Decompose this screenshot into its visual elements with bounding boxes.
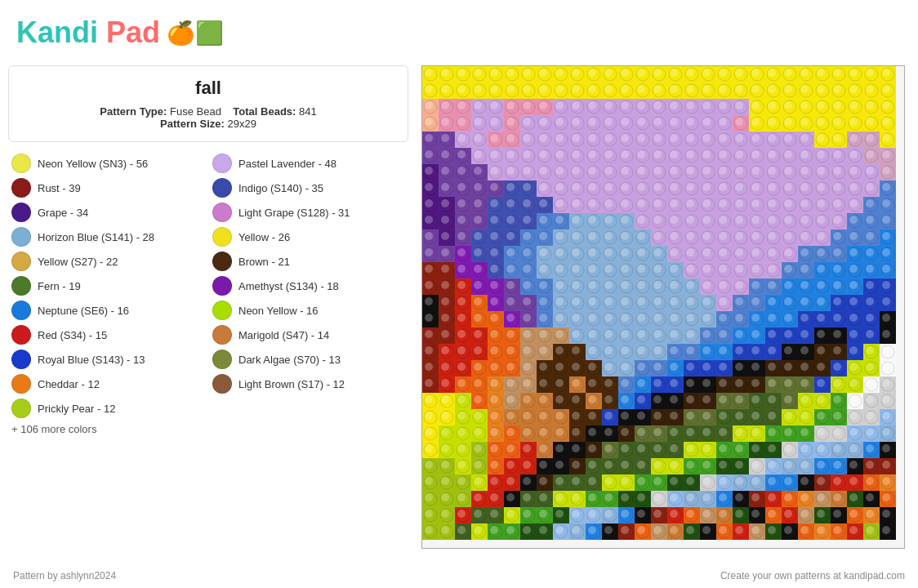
header: Kandi Pad 🍊🟩 [0, 0, 918, 65]
color-label: Marigold (S47) - 14 [238, 329, 329, 341]
pattern-type-value: Fuse Bead [170, 105, 221, 118]
color-item: Light Brown (S17) - 12 [212, 374, 405, 394]
color-item: Yellow - 26 [212, 227, 405, 247]
pattern-meta: Pattern Type: Fuse Bead Total Beads: 841 [25, 105, 391, 118]
color-dot [212, 350, 232, 369]
color-item: Grape - 34 [11, 203, 204, 222]
color-dot [11, 350, 31, 369]
color-dot [11, 399, 31, 418]
pattern-size: Pattern Size: 29x29 [160, 118, 256, 130]
color-label: Pastel Lavender - 48 [238, 158, 336, 170]
color-dot [212, 178, 232, 198]
color-item: Horizon Blue (S141) - 28 [11, 227, 204, 247]
color-item: Indigo (S140) - 35 [212, 178, 405, 198]
pattern-size-value: 29x29 [227, 118, 256, 130]
pattern-size-label: Pattern Size: [160, 118, 225, 130]
color-item: Neon Yellow (SN3) - 56 [11, 154, 204, 173]
bead-grid-canvas [421, 65, 905, 549]
color-dot [11, 276, 31, 296]
total-beads-label: Total Beads: [233, 105, 296, 118]
color-label: Light Grape (S128) - 31 [238, 207, 350, 219]
footer-cta: Create your own patterns at kandipad.com [720, 570, 905, 581]
pattern-size-row: Pattern Size: 29x29 [25, 118, 391, 130]
color-label: Fern - 19 [38, 280, 81, 292]
main-content: fall Pattern Type: Fuse Bead Total Beads… [0, 65, 918, 549]
pattern-title: fall [25, 78, 391, 99]
color-label: Dark Algae (S70) - 13 [238, 354, 341, 366]
color-dot [11, 252, 31, 271]
right-panel [417, 65, 910, 549]
color-item: Cheddar - 12 [11, 374, 204, 394]
color-dot [11, 325, 31, 345]
color-item: Marigold (S47) - 14 [212, 325, 405, 345]
color-dot [212, 227, 232, 247]
color-dot [212, 154, 232, 173]
color-label: Red (S34) - 15 [38, 329, 107, 341]
color-item: Yellow (S27) - 22 [11, 252, 204, 271]
pattern-type: Pattern Type: Fuse Bead Total Beads: 841 [100, 105, 316, 118]
total-beads-value: 841 [299, 105, 317, 118]
color-item: Neon Yellow - 16 [212, 301, 405, 320]
logo-pad: Pad [106, 16, 160, 49]
color-dot [212, 276, 232, 296]
color-label: Amethyst (S134) - 18 [238, 280, 339, 292]
color-label: Neon Yellow - 16 [238, 305, 319, 317]
color-item: Light Grape (S128) - 31 [212, 203, 405, 222]
color-dot [11, 301, 31, 320]
color-dot [212, 301, 232, 320]
color-label: Light Brown (S17) - 12 [238, 378, 345, 390]
color-item: Rust - 39 [11, 178, 204, 198]
color-label: Yellow (S27) - 22 [38, 256, 118, 268]
color-label: Prickly Pear - 12 [38, 403, 115, 415]
color-item: Amethyst (S134) - 18 [212, 276, 405, 296]
left-panel: fall Pattern Type: Fuse Bead Total Beads… [8, 65, 408, 549]
color-label: Neon Yellow (SN3) - 56 [38, 158, 148, 170]
color-dot [212, 252, 232, 271]
color-item: Red (S34) - 15 [11, 325, 204, 345]
logo-icon: 🍊🟩 [167, 20, 224, 47]
color-dot [212, 325, 232, 345]
color-label: Horizon Blue (S141) - 28 [38, 231, 154, 243]
logo-kandi: Kandi [16, 16, 98, 49]
pattern-info-card: fall Pattern Type: Fuse Bead Total Beads… [8, 65, 408, 142]
footer: Pattern by ashlynn2024 Create your own p… [0, 570, 918, 581]
color-label: Rust - 39 [38, 182, 81, 194]
logo: Kandi Pad [16, 16, 160, 50]
color-dot [212, 203, 232, 222]
color-label: Cheddar - 12 [38, 378, 100, 390]
color-item: Fern - 19 [11, 276, 204, 296]
color-item: Prickly Pear - 12 [11, 399, 204, 418]
more-colors: + 106 more colors [8, 423, 408, 435]
color-item: Pastel Lavender - 48 [212, 154, 405, 173]
color-list: Neon Yellow (SN3) - 56Pastel Lavender - … [8, 154, 408, 418]
color-item: Neptune (SE6) - 16 [11, 301, 204, 320]
color-dot [11, 178, 31, 198]
color-dot [11, 227, 31, 247]
color-dot [11, 374, 31, 394]
color-item: Dark Algae (S70) - 13 [212, 350, 405, 369]
color-item: Brown - 21 [212, 252, 405, 271]
color-label: Neptune (SE6) - 16 [38, 305, 129, 317]
color-label: Royal Blue (S143) - 13 [38, 354, 145, 366]
footer-author: Pattern by ashlynn2024 [13, 570, 116, 581]
pattern-type-label: Pattern Type: [100, 105, 167, 118]
color-label: Yellow - 26 [238, 231, 290, 243]
color-label: Indigo (S140) - 35 [238, 182, 323, 194]
color-dot [11, 203, 31, 222]
color-label: Grape - 34 [38, 207, 88, 219]
color-dot [11, 154, 31, 173]
color-dot [212, 374, 232, 394]
color-label: Brown - 21 [238, 256, 290, 268]
color-item: Royal Blue (S143) - 13 [11, 350, 204, 369]
